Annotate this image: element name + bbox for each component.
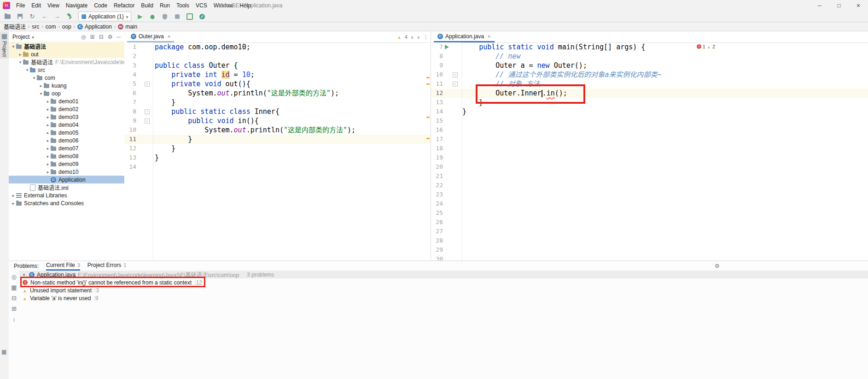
back-icon[interactable]: [41, 13, 48, 20]
code-line[interactable]: }: [462, 107, 868, 116]
chevron-icon[interactable]: ▸: [11, 201, 16, 206]
menu-navigate[interactable]: Navigate: [63, 0, 91, 11]
gutter-line[interactable]: 22: [431, 181, 462, 190]
gutter-line[interactable]: 7: [431, 42, 462, 52]
fold-icon[interactable]: [453, 82, 458, 87]
chevron-icon[interactable]: ▸: [45, 146, 51, 151]
save-icon[interactable]: [16, 13, 23, 20]
code-line[interactable]: [462, 181, 868, 190]
tree-item[interactable]: ▸demo07: [9, 144, 124, 152]
problem-item[interactable]: Unused import statement:3: [19, 286, 868, 294]
warning-stripe-mark[interactable]: [426, 117, 430, 118]
tree-item[interactable]: ▸demo06: [9, 136, 124, 144]
tree-item[interactable]: ▸demo01: [9, 97, 124, 105]
open-icon[interactable]: [4, 13, 11, 20]
code-line[interactable]: [462, 255, 868, 261]
fold-icon[interactable]: [145, 109, 150, 114]
tree-item[interactable]: ▸out: [9, 50, 124, 58]
fold-icon[interactable]: [145, 82, 150, 87]
close-tab-icon[interactable]: [168, 34, 170, 39]
gutter-line[interactable]: 12: [431, 89, 462, 98]
code-editor-application[interactable]: public static void main(String[] args) {…: [462, 42, 868, 261]
fold-icon[interactable]: [145, 118, 150, 124]
collapse-all-icon[interactable]: [12, 295, 17, 302]
expand-all-icon[interactable]: [90, 34, 95, 40]
group-icon[interactable]: [11, 284, 17, 291]
chevron-icon[interactable]: ▾: [17, 60, 23, 65]
problems-file-row[interactable]: ▾ Application.java F:\Environment\Java\c…: [19, 271, 868, 278]
menu-file[interactable]: File: [13, 0, 28, 11]
close-icon[interactable]: [849, 0, 868, 11]
code-line[interactable]: // new: [462, 52, 868, 61]
code-line[interactable]: }: [153, 135, 431, 144]
code-line[interactable]: private int id = 10;: [153, 70, 431, 79]
gutter-line[interactable]: 24: [431, 199, 462, 208]
gutter-line[interactable]: 17: [431, 135, 462, 144]
chevron-icon[interactable]: ▸: [17, 52, 23, 57]
code-line[interactable]: }: [462, 98, 868, 107]
chevron-icon[interactable]: ▸: [45, 154, 51, 159]
tree-item[interactable]: ▾基础语法F:\Environment\Java\code\learni: [9, 58, 124, 66]
code-line[interactable]: [153, 162, 431, 172]
gutter-line[interactable]: 20: [431, 162, 462, 172]
tool-window-icon[interactable]: [1, 349, 6, 355]
menu-refactor[interactable]: Refactor: [111, 0, 138, 11]
code-line[interactable]: public class Outer {: [153, 61, 431, 70]
run-line-icon[interactable]: [445, 45, 449, 49]
gutter-line[interactable]: 5: [124, 79, 153, 89]
tree-item[interactable]: ▸demo09: [9, 160, 124, 168]
gutter-line[interactable]: 1: [124, 42, 153, 52]
gutter-line[interactable]: 21: [431, 172, 462, 181]
gutter-line[interactable]: 9: [431, 61, 462, 70]
gutter-line[interactable]: 8: [124, 107, 153, 116]
code-line[interactable]: public static class Inner{: [153, 107, 431, 116]
menu-edit[interactable]: Edit: [28, 0, 44, 11]
code-line[interactable]: // 对象.方法: [462, 79, 868, 89]
breadcrumb-item[interactable]: main: [118, 24, 137, 30]
gutter-line[interactable]: 4: [124, 70, 153, 79]
tree-item[interactable]: ▸demo08: [9, 152, 124, 160]
tree-item[interactable]: ▸demo03: [9, 113, 124, 121]
gutter-line[interactable]: 11: [431, 79, 462, 89]
code-line[interactable]: [462, 144, 868, 153]
gutter-line[interactable]: 7: [124, 98, 153, 107]
code-line[interactable]: [462, 199, 868, 208]
gutter-line[interactable]: 27: [431, 227, 462, 236]
menu-view[interactable]: View: [44, 0, 63, 11]
forward-icon[interactable]: [53, 13, 61, 20]
code-line[interactable]: [462, 125, 868, 135]
warning-stripe-mark[interactable]: [426, 138, 430, 139]
chevron-icon[interactable]: ▸: [11, 193, 16, 198]
menu-build[interactable]: Build: [138, 0, 157, 11]
stop-icon[interactable]: [174, 13, 181, 20]
problem-item[interactable]: Non-static method 'in()' cannot be refer…: [19, 278, 868, 286]
sort-icon[interactable]: ↕: [12, 316, 16, 323]
tree-item[interactable]: ▸demo10: [9, 168, 124, 176]
breadcrumb-item[interactable]: oop: [62, 24, 71, 30]
collapse-all-icon[interactable]: [99, 34, 104, 40]
gutter-line[interactable]: 14: [431, 107, 462, 116]
gutter-line[interactable]: 2: [124, 52, 153, 61]
code-line[interactable]: [153, 52, 431, 61]
gutter-line[interactable]: 19: [431, 153, 462, 162]
chevron-down-icon[interactable]: ▾: [21, 272, 27, 277]
gear-icon[interactable]: [108, 34, 113, 40]
chevron-down-icon[interactable]: [32, 34, 34, 40]
code-line[interactable]: [462, 116, 868, 125]
gutter-line[interactable]: 23: [431, 190, 462, 199]
code-line[interactable]: [462, 190, 868, 199]
chevron-icon[interactable]: ▸: [45, 123, 51, 127]
code-line[interactable]: [462, 218, 868, 227]
next-problem-icon[interactable]: [417, 34, 420, 40]
breadcrumb-item[interactable]: src: [32, 24, 39, 30]
tree-item[interactable]: ▸demo05: [9, 129, 124, 136]
code-line[interactable]: System.out.println("这是外部类的方法");: [153, 89, 431, 98]
tree-item[interactable]: ▸demo04: [9, 121, 124, 129]
chevron-icon[interactable]: ▾: [11, 44, 16, 49]
chevron-icon[interactable]: ▾: [31, 76, 37, 80]
menu-code[interactable]: Code: [91, 0, 111, 11]
gutter-line[interactable]: 10: [431, 70, 462, 79]
code-line[interactable]: Outer.Inner.in();: [462, 89, 868, 98]
locate-file-icon[interactable]: [81, 34, 86, 40]
warning-stripe-mark[interactable]: [426, 83, 430, 85]
